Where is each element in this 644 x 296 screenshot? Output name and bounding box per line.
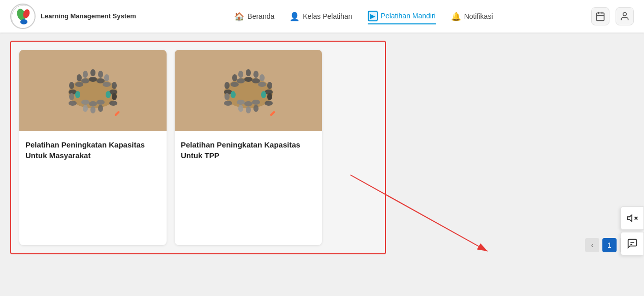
svg-point-56 <box>246 106 251 113</box>
svg-point-27 <box>109 101 117 106</box>
svg-point-58 <box>238 105 243 112</box>
header: Learning Management System 🏠 Beranda 👤 K… <box>0 0 644 33</box>
svg-point-46 <box>232 74 237 81</box>
nav-kelas[interactable]: 👤 Kelas Pelatihan <box>289 10 352 23</box>
play-icon: ▶ <box>368 11 378 21</box>
course-card-2-title: Pelatihan Peningkatan Kapasitas Untuk TP… <box>181 139 316 161</box>
profile-button[interactable] <box>616 7 634 25</box>
course-card-1-title: Pelatihan Peningkatan Kapasitas Untuk Ma… <box>25 139 160 161</box>
course-image-2 <box>175 50 322 131</box>
svg-point-63 <box>261 91 266 98</box>
page-1-button[interactable]: 1 <box>602 238 617 252</box>
nav-kelas-label: Kelas Pelatihan <box>303 12 352 20</box>
svg-point-35 <box>106 91 111 98</box>
svg-point-31 <box>81 100 89 105</box>
logo-text: Learning Management System <box>41 12 136 21</box>
svg-point-41 <box>252 78 260 83</box>
logo-icon <box>10 4 36 29</box>
svg-point-44 <box>260 74 265 81</box>
svg-point-39 <box>244 77 252 82</box>
nav-mandiri-label: Pelatihan Mandiri <box>381 12 436 20</box>
chat-button[interactable] <box>621 232 644 255</box>
course-card-1[interactable]: Pelatihan Peningkatan Kapasitas Untuk Ma… <box>19 50 167 245</box>
svg-point-29 <box>89 101 97 106</box>
svg-point-22 <box>69 93 74 100</box>
svg-point-24 <box>112 82 117 89</box>
svg-point-11 <box>89 77 97 82</box>
svg-point-34 <box>75 91 80 98</box>
svg-point-61 <box>252 100 260 105</box>
svg-point-18 <box>77 74 82 81</box>
svg-point-3 <box>20 19 27 24</box>
svg-point-15 <box>81 78 89 83</box>
svg-point-48 <box>224 82 230 89</box>
svg-point-32 <box>98 105 103 112</box>
course-card-2-body: Pelatihan Peningkatan Kapasitas Untuk TP… <box>175 131 322 171</box>
course-image-1 <box>19 50 167 131</box>
svg-point-45 <box>258 82 266 87</box>
nav-mandiri[interactable]: ▶ Pelatihan Mandiri <box>368 9 436 24</box>
svg-point-8 <box>623 13 627 16</box>
svg-point-23 <box>69 101 77 106</box>
svg-point-43 <box>237 78 245 83</box>
logo-area: Learning Management System <box>10 4 136 29</box>
svg-rect-36 <box>114 111 120 116</box>
course-card-2[interactable]: Pelatihan Peningkatan Kapasitas Untuk TP… <box>175 50 322 245</box>
svg-point-60 <box>253 105 259 112</box>
course-card-1-body: Pelatihan Peningkatan Kapasitas Untuk Ma… <box>19 131 167 171</box>
bell-icon: 🔔 <box>451 12 461 21</box>
svg-point-47 <box>231 82 239 87</box>
main-nav: 🏠 Beranda 👤 Kelas Pelatihan ▶ Pelatihan … <box>136 9 591 24</box>
svg-point-50 <box>224 93 230 100</box>
calendar-button[interactable] <box>591 7 609 25</box>
svg-point-52 <box>267 82 272 89</box>
sound-button[interactable] <box>621 206 644 230</box>
svg-rect-64 <box>270 111 275 116</box>
svg-point-19 <box>75 82 83 87</box>
nav-beranda[interactable]: 🏠 Beranda <box>234 10 274 23</box>
svg-point-51 <box>224 101 232 106</box>
svg-point-54 <box>267 93 272 100</box>
prev-page-button[interactable]: ‹ <box>585 238 599 252</box>
svg-point-62 <box>231 91 236 98</box>
svg-point-40 <box>253 71 259 78</box>
kelas-icon: 👤 <box>289 12 300 21</box>
svg-point-10 <box>90 69 95 76</box>
svg-point-30 <box>83 105 88 112</box>
svg-point-57 <box>244 101 252 106</box>
nav-beranda-label: Beranda <box>247 12 274 20</box>
svg-point-13 <box>96 78 105 83</box>
course-container: Pelatihan Peningkatan Kapasitas Untuk Ma… <box>10 41 386 254</box>
main-content: Pelatihan Peningkatan Kapasitas Untuk Ma… <box>0 33 644 262</box>
svg-point-38 <box>246 69 251 76</box>
svg-point-33 <box>96 100 105 105</box>
svg-point-42 <box>238 71 243 78</box>
svg-point-16 <box>104 74 109 81</box>
svg-point-20 <box>69 82 74 89</box>
svg-point-17 <box>103 82 111 87</box>
svg-point-28 <box>90 106 95 113</box>
svg-point-59 <box>237 100 245 105</box>
nav-notif[interactable]: 🔔 Notifikasi <box>451 10 493 23</box>
home-icon: 🏠 <box>234 12 244 21</box>
svg-point-12 <box>98 71 103 78</box>
svg-marker-67 <box>628 215 632 222</box>
svg-point-55 <box>265 101 273 106</box>
nav-notif-label: Notifikasi <box>464 12 493 20</box>
header-right <box>591 7 634 25</box>
svg-point-26 <box>112 93 117 100</box>
svg-rect-4 <box>597 13 604 20</box>
svg-point-14 <box>83 71 88 78</box>
floating-buttons <box>621 206 644 255</box>
